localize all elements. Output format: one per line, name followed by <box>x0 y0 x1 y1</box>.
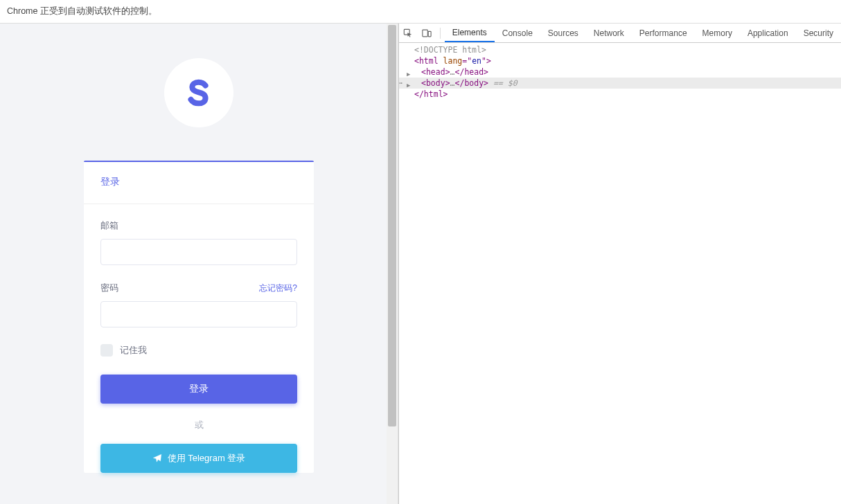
dom-head[interactable]: ▶<head>…</head> <box>399 66 841 78</box>
dom-doctype[interactable]: <!DOCTYPE html> <box>399 44 841 55</box>
scrollbar-thumb[interactable] <box>388 25 396 426</box>
tab-performance[interactable]: Performance <box>632 24 695 42</box>
remember-checkbox[interactable] <box>100 344 113 357</box>
dom-html-close[interactable]: </html> <box>399 89 841 100</box>
elements-dom-tree[interactable]: <!DOCTYPE html> <html lang="en"> ▶<head>… <box>399 43 841 504</box>
tab-elements[interactable]: Elements <box>445 24 495 42</box>
login-card: 登录 邮箱 密码 忘记密码? <box>84 161 314 473</box>
toolbar-separator <box>440 28 441 39</box>
dom-html-open[interactable]: <html lang="en"> <box>399 55 841 66</box>
devtools-tabs: Elements Console Sources Network Perform… <box>445 24 841 42</box>
svg-rect-2 <box>428 31 431 36</box>
password-label: 密码 <box>100 282 118 294</box>
scrollbar-track[interactable] <box>387 24 398 504</box>
login-title: 登录 <box>100 176 297 188</box>
telegram-login-button[interactable]: 使用 Telegram 登录 <box>100 444 297 473</box>
telegram-button-label: 使用 Telegram 登录 <box>168 452 246 465</box>
logo-s-icon <box>183 77 215 109</box>
tab-application[interactable]: Application <box>740 24 796 42</box>
tab-security[interactable]: Security <box>796 24 841 42</box>
tab-memory[interactable]: Memory <box>695 24 740 42</box>
or-divider: 或 <box>100 419 297 431</box>
remember-label: 记住我 <box>120 344 147 357</box>
inspect-element-icon[interactable] <box>399 24 417 43</box>
email-input[interactable] <box>100 239 297 265</box>
tab-console[interactable]: Console <box>495 24 540 42</box>
password-input[interactable] <box>100 301 297 327</box>
device-toolbar-icon[interactable] <box>417 24 435 43</box>
dom-body-selected[interactable]: ⋯▶<body>…</body> == $0 <box>399 78 841 89</box>
tab-sources[interactable]: Sources <box>540 24 586 42</box>
app-viewport: 登录 邮箱 密码 忘记密码? <box>0 24 398 504</box>
email-label: 邮箱 <box>100 219 118 232</box>
forgot-password-link[interactable]: 忘记密码? <box>259 282 297 294</box>
automation-notice-bar: Chrome 正受到自动测试软件的控制。 <box>0 0 841 24</box>
app-logo <box>164 58 233 127</box>
telegram-icon <box>152 453 162 463</box>
login-button[interactable]: 登录 <box>100 375 297 404</box>
tab-network[interactable]: Network <box>586 24 632 42</box>
svg-rect-1 <box>422 30 427 37</box>
devtools-toolbar: Elements Console Sources Network Perform… <box>399 24 841 43</box>
automation-notice-text: Chrome 正受到自动测试软件的控制。 <box>7 6 157 17</box>
devtools-panel: Elements Console Sources Network Perform… <box>398 24 841 504</box>
